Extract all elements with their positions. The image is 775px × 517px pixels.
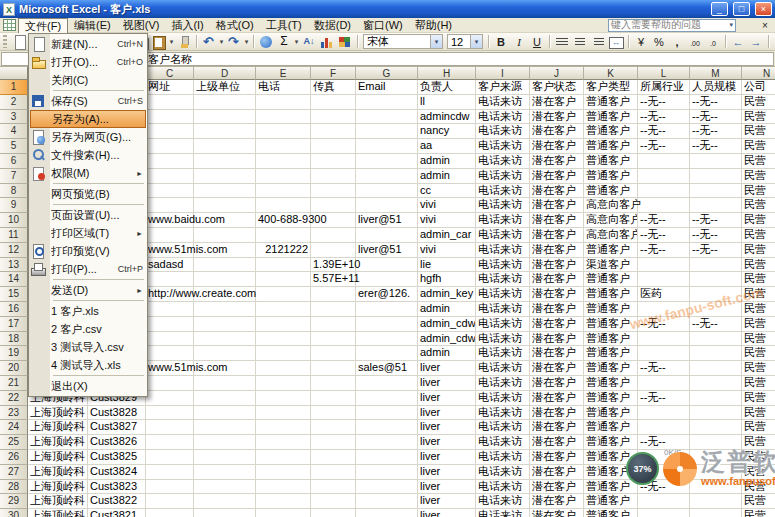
- cell-C25[interactable]: [146, 435, 194, 450]
- menubar-item-帮助(H)[interactable]: 帮助(H): [409, 18, 458, 32]
- cell-G24[interactable]: [356, 420, 418, 435]
- cell-E22[interactable]: [256, 391, 311, 406]
- cell-F22[interactable]: [311, 391, 356, 406]
- cell-K3[interactable]: 普通客户: [584, 110, 638, 125]
- cell-C4[interactable]: [146, 124, 194, 139]
- cell-E19[interactable]: [256, 346, 311, 361]
- cell-B28[interactable]: Cust3823: [88, 480, 146, 495]
- cell-K16[interactable]: 普通客户: [584, 302, 638, 317]
- chevron-down-icon[interactable]: ▾: [243, 38, 250, 46]
- cell-F6[interactable]: [311, 154, 356, 169]
- cell-N7[interactable]: 民营: [742, 169, 775, 184]
- row-header-14[interactable]: 14: [0, 272, 28, 287]
- cell-E21[interactable]: [256, 376, 311, 391]
- cell-E2[interactable]: [256, 95, 311, 110]
- cell-K14[interactable]: 普通客户: [584, 272, 638, 287]
- cell-D23[interactable]: [194, 406, 256, 421]
- menubar-item-工具(T)[interactable]: 工具(T): [260, 18, 308, 32]
- cell-C19[interactable]: [146, 346, 194, 361]
- row-header-13[interactable]: 13: [0, 258, 28, 273]
- cell-M19[interactable]: [690, 346, 742, 361]
- cell-L30[interactable]: [638, 509, 690, 517]
- cell-M8[interactable]: [690, 184, 742, 199]
- cell-L19[interactable]: [638, 346, 690, 361]
- cell-I29[interactable]: 电话来访: [476, 494, 530, 509]
- toolbar-decrease-indent-icon[interactable]: [730, 34, 746, 50]
- cell-I5[interactable]: 电话来访: [476, 139, 530, 154]
- row-header-2[interactable]: 2: [0, 95, 28, 110]
- file-menu-item-7[interactable]: 文件搜索(H)...: [30, 146, 146, 164]
- cell-K19[interactable]: 普通客户: [584, 346, 638, 361]
- cell-J17[interactable]: 潜在客户: [530, 317, 584, 332]
- cell-F2[interactable]: [311, 95, 356, 110]
- menubar-item-视图(V)[interactable]: 视图(V): [117, 18, 166, 32]
- cell-H3[interactable]: admincdw: [418, 110, 476, 125]
- cell-I6[interactable]: 电话来访: [476, 154, 530, 169]
- file-menu-item-3[interactable]: 关闭(C): [30, 71, 146, 89]
- cell-D4[interactable]: [194, 124, 256, 139]
- cell-L23[interactable]: [638, 406, 690, 421]
- cell-G4[interactable]: [356, 124, 418, 139]
- cell-I2[interactable]: 电话来访: [476, 95, 530, 110]
- cell-M22[interactable]: [690, 391, 742, 406]
- cell-B25[interactable]: Cust3826: [88, 435, 146, 450]
- cell-C21[interactable]: [146, 376, 194, 391]
- cell-N18[interactable]: 民营: [742, 332, 775, 347]
- cell-K29[interactable]: 普通客户: [584, 494, 638, 509]
- cell-D9[interactable]: [194, 198, 256, 213]
- cell-B29[interactable]: Cust3822: [88, 494, 146, 509]
- cell-J1[interactable]: 客户状态: [530, 80, 584, 95]
- cell-H12[interactable]: vivi: [418, 243, 476, 258]
- row-header-1[interactable]: 1: [0, 80, 28, 95]
- toolbar-comma-icon[interactable]: [669, 34, 685, 50]
- cell-G18[interactable]: [356, 332, 418, 347]
- cell-K9[interactable]: 高意向客户: [584, 198, 638, 213]
- cell-K10[interactable]: 高意向客户: [584, 213, 638, 228]
- cell-F24[interactable]: [311, 420, 356, 435]
- cell-H16[interactable]: admin: [418, 302, 476, 317]
- cell-I25[interactable]: 电话来访: [476, 435, 530, 450]
- cell-N23[interactable]: 民营: [742, 406, 775, 421]
- cell-J13[interactable]: 潜在客户: [530, 258, 584, 273]
- cell-G28[interactable]: [356, 480, 418, 495]
- cell-K13[interactable]: 渠道客户: [584, 258, 638, 273]
- cell-H23[interactable]: liver: [418, 406, 476, 421]
- menubar-item-窗口(W)[interactable]: 窗口(W): [357, 18, 409, 32]
- file-menu-item-14[interactable]: 发送(D)►: [30, 281, 146, 299]
- cell-K30[interactable]: 普通客户: [584, 509, 638, 517]
- cell-E15[interactable]: [256, 287, 311, 302]
- cell-I23[interactable]: 电话来访: [476, 406, 530, 421]
- cell-F9[interactable]: [311, 198, 356, 213]
- cell-C17[interactable]: [146, 317, 194, 332]
- file-menu-item-15[interactable]: 1 客户.xls: [30, 302, 146, 320]
- toolbar-decrease-decimal-icon[interactable]: [705, 34, 721, 50]
- row-header-28[interactable]: 28: [0, 480, 28, 495]
- cell-L24[interactable]: [638, 420, 690, 435]
- cell-K22[interactable]: 普通客户: [584, 391, 638, 406]
- file-menu-item-12[interactable]: 打印预览(V): [30, 242, 146, 260]
- cell-F4[interactable]: [311, 124, 356, 139]
- cell-C6[interactable]: [146, 154, 194, 169]
- cell-C28[interactable]: [146, 480, 194, 495]
- cell-I14[interactable]: 电话来访: [476, 272, 530, 287]
- cell-H18[interactable]: admin_cdw: [418, 332, 476, 347]
- cell-F11[interactable]: [311, 228, 356, 243]
- cell-M20[interactable]: [690, 361, 742, 376]
- column-header-C[interactable]: C: [146, 67, 194, 80]
- cell-M7[interactable]: [690, 169, 742, 184]
- row-header-22[interactable]: 22: [0, 391, 28, 406]
- select-all-corner[interactable]: [0, 67, 28, 80]
- cell-G26[interactable]: [356, 450, 418, 465]
- cell-L9[interactable]: [638, 198, 690, 213]
- cell-N3[interactable]: 民营: [742, 110, 775, 125]
- cell-G7[interactable]: [356, 169, 418, 184]
- row-header-24[interactable]: 24: [0, 420, 28, 435]
- cell-E26[interactable]: [256, 450, 311, 465]
- cell-N29[interactable]: 民营: [742, 494, 775, 509]
- cell-A23[interactable]: 上海顶岭科: [28, 406, 88, 421]
- cell-L5[interactable]: --无--: [638, 139, 690, 154]
- row-header-19[interactable]: 19: [0, 346, 28, 361]
- cell-B23[interactable]: Cust3828: [88, 406, 146, 421]
- row-header-9[interactable]: 9: [0, 198, 28, 213]
- cell-D7[interactable]: [194, 169, 256, 184]
